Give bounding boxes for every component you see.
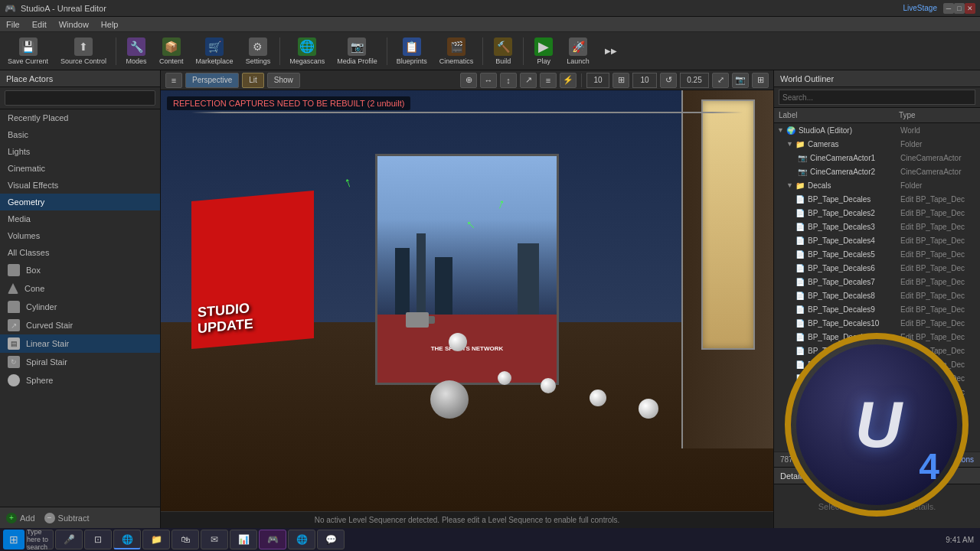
vp-icon-1[interactable]: ⊕ — [460, 73, 477, 88]
tree-item-cameras[interactable]: ▼ 📁 Cameras Folder — [774, 137, 980, 151]
megascans-button[interactable]: 🌐 Megascans — [285, 36, 329, 67]
taskbar-powerpoint-button[interactable]: 📊 — [230, 530, 257, 549]
vp-grid-icon[interactable]: ⊞ — [612, 73, 629, 88]
tree-item-tape6[interactable]: 📄 BP_Tape_Decales6 Edit BP_Tape_Dec — [774, 261, 980, 275]
taskbar-chrome-button[interactable]: 🌐 — [288, 530, 315, 549]
view-options-button[interactable]: View Options — [929, 455, 974, 464]
tree-item-tape12[interactable]: 📄 BP_Tape_Decales12 Edit BP_Tape_Dec — [774, 344, 980, 357]
taskbar-ue4-button[interactable]: 🎮 — [259, 530, 286, 549]
placed-item-cylinder[interactable]: Cylinder — [0, 298, 160, 316]
tree-item-tape13[interactable]: 📄 BP_Tape_Decales13 Edit BP_Tape_Dec — [774, 357, 980, 371]
category-visual-effects[interactable]: Visual Effects — [0, 177, 160, 194]
menu-edit[interactable]: Edit — [29, 18, 50, 31]
marketplace-button[interactable]: 🛒 Marketplace — [191, 36, 238, 67]
taskbar-mail-button[interactable]: ✉ — [201, 530, 228, 549]
viewport-3d[interactable]: STUDIOUPDATE THE SPORTS NETWORK — [161, 90, 773, 511]
rotation-snap-input[interactable] — [632, 73, 657, 88]
tree-item-tape1[interactable]: 📄 BP_Tape_Decales Edit BP_Tape_Dec — [774, 192, 980, 206]
maximize-button[interactable]: □ — [954, 3, 965, 14]
category-volumes[interactable]: Volumes — [0, 227, 160, 244]
category-all-classes[interactable]: All Classes — [0, 244, 160, 261]
vp-icon-4[interactable]: ↗ — [520, 73, 537, 88]
tree-item-cinecam1[interactable]: 📷 CineCameraActor1 CineCameraActor — [774, 151, 980, 165]
tree-item-tape15[interactable]: 📄 BP_Tape_Decales15 Edit BP_Tape_Dec — [774, 385, 980, 399]
tree-item-tape5[interactable]: 📄 BP_Tape_Decales5 Edit BP_Tape_Dec — [774, 247, 980, 261]
modes-button[interactable]: 🔧 Modes — [121, 36, 152, 67]
add-button[interactable]: + Add — [6, 513, 35, 523]
placed-item-linear-stair[interactable]: ▤ Linear Stair — [0, 334, 160, 353]
settings-button[interactable]: ⚙ Settings — [241, 36, 276, 67]
item-label-curved-stair: Curved Stair — [26, 321, 73, 330]
placed-item-box[interactable]: Box — [0, 261, 160, 279]
menu-help[interactable]: Help — [98, 18, 122, 31]
taskbar-start-button[interactable]: ⊞ — [3, 530, 24, 549]
media-profile-button[interactable]: 📷 Media Profile — [332, 36, 382, 67]
placed-item-spiral-stair[interactable]: ↻ Spiral Stair — [0, 353, 160, 371]
save-current-button[interactable]: 💾 Save Current — [3, 36, 53, 67]
vp-icon-5[interactable]: ≡ — [540, 73, 557, 88]
grid-snap-input[interactable] — [586, 73, 609, 88]
close-button[interactable]: ✕ — [965, 3, 975, 14]
tree-label-tape13: BP_Tape_Decales13 — [808, 360, 900, 369]
taskbar-explorer-button[interactable]: 📁 — [142, 530, 170, 549]
place-actors-title: Place Actors — [6, 74, 53, 83]
placed-item-cone[interactable]: Cone — [0, 279, 160, 298]
build-button[interactable]: 🔨 Build — [488, 36, 518, 67]
tree-item-tape11[interactable]: 📄 BP_Tape_Decales11 Edit BP_Tape_Dec — [774, 330, 980, 344]
show-button[interactable]: Show — [267, 73, 300, 88]
tree-item-tape9[interactable]: 📄 BP_Tape_Decales9 Edit BP_Tape_Dec — [774, 302, 980, 316]
perspective-button[interactable]: Perspective — [185, 73, 239, 88]
launch-button[interactable]: 🚀 Launch — [562, 36, 594, 67]
expand-toolbar-button[interactable]: ▶▶ — [597, 41, 625, 62]
vp-icon-2[interactable]: ↔ — [480, 73, 497, 88]
minimize-button[interactable]: ─ — [943, 3, 954, 14]
cinematics-button[interactable]: 🎬 Cinematics — [435, 36, 479, 67]
taskbar-edge-button[interactable]: 🌐 — [113, 530, 141, 549]
tree-item-tape3[interactable]: 📄 BP_Tape_Decales3 Edit BP_Tape_Dec — [774, 220, 980, 233]
tree-item-decals[interactable]: ▼ 📁 Decals Folder — [774, 178, 980, 192]
tree-item-tape4[interactable]: 📄 BP_Tape_Decales4 Edit BP_Tape_Dec — [774, 233, 980, 247]
tree-item-tape8[interactable]: 📄 BP_Tape_Decales8 Edit BP_Tape_Dec — [774, 289, 980, 302]
details-title: Details — [780, 471, 806, 481]
menu-file[interactable]: File — [3, 18, 23, 31]
tree-type-tape4: Edit BP_Tape_Dec — [900, 236, 977, 245]
vp-camera-icon[interactable]: 📷 — [732, 73, 749, 88]
vp-icon-6[interactable]: ⚡ — [560, 73, 577, 88]
category-lights[interactable]: Lights — [0, 143, 160, 160]
tree-item-tape7[interactable]: 📄 BP_Tape_Decales7 Edit BP_Tape_Dec — [774, 275, 980, 289]
scale-snap-input[interactable] — [680, 73, 709, 88]
category-media[interactable]: Media — [0, 210, 160, 227]
blueprints-button[interactable]: 📋 Blueprints — [392, 36, 432, 67]
taskbar-cortana-button[interactable]: 🎤 — [55, 530, 83, 549]
placed-item-sphere[interactable]: Sphere — [0, 371, 160, 390]
tree-item-studioa[interactable]: ▼ 🌍 StudioA (Editor) World — [774, 123, 980, 137]
vp-icon-3[interactable]: ↕ — [500, 73, 517, 88]
tree-item-tape10[interactable]: 📄 BP_Tape_Decales10 Edit BP_Tape_Dec — [774, 316, 980, 330]
source-control-button[interactable]: ⬆ Source Control — [56, 36, 111, 67]
viewport-menu-button[interactable]: ≡ — [165, 73, 182, 88]
tree-item-tape14[interactable]: 📄 BP_Tape_Decales14 Edit BP_Tape_Dec — [774, 371, 980, 385]
category-cinematic[interactable]: Cinematic — [0, 160, 160, 177]
taskbar-taskview-button[interactable]: ⊡ — [84, 530, 112, 549]
subtract-button[interactable]: − Subtract — [44, 513, 90, 523]
tree-item-tape2[interactable]: 📄 BP_Tape_Decales2 Edit BP_Tape_Dec — [774, 206, 980, 220]
menu-window[interactable]: Window — [56, 18, 92, 31]
taskbar-search-button[interactable]: Type here to search — [26, 530, 54, 549]
taskbar-discord-button[interactable]: 💬 — [317, 530, 345, 549]
category-basic[interactable]: Basic — [0, 126, 160, 143]
vp-rotate-icon[interactable]: ↺ — [660, 73, 677, 88]
lit-button[interactable]: Lit — [242, 73, 264, 88]
outliner-search-input[interactable] — [779, 90, 975, 105]
tree-item-cinecam2[interactable]: 📷 CineCameraActor2 CineCameraActor — [774, 165, 980, 178]
vp-scale-icon[interactable]: ⤢ — [712, 73, 729, 88]
place-actors-search-input[interactable] — [5, 90, 155, 106]
placed-item-curved-stair[interactable]: ↗ Curved Stair — [0, 316, 160, 334]
taskbar-store-button[interactable]: 🛍 — [172, 530, 199, 549]
category-recently-placed[interactable]: Recently Placed — [0, 109, 160, 126]
tree-arrow-decals: ▼ — [786, 181, 793, 189]
category-geometry[interactable]: Geometry — [0, 194, 160, 210]
vp-layout-icon[interactable]: ⊞ — [752, 73, 769, 88]
taskbar-tray: 9:41 AM — [942, 536, 977, 544]
play-button[interactable]: ▶ Play — [528, 36, 559, 67]
content-button[interactable]: 📦 Content — [155, 36, 188, 67]
